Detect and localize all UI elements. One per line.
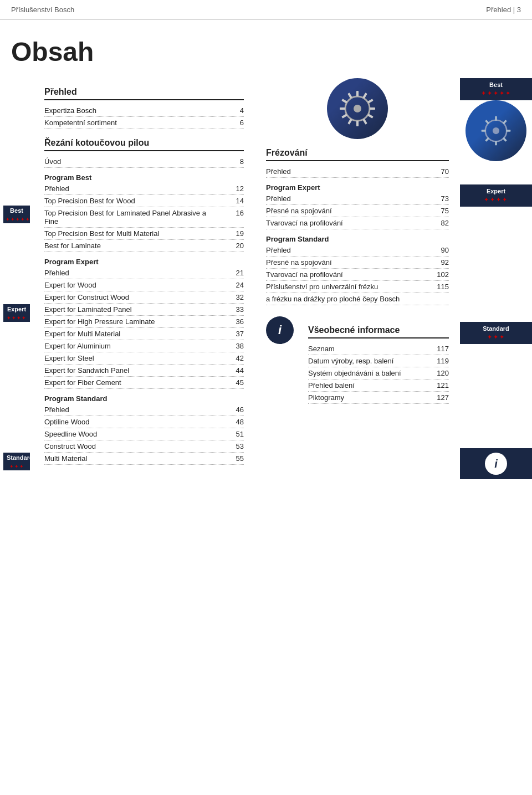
standard-item-4: Multi Material 55 — [44, 453, 244, 465]
far-right-standard-panel: Standard ✦✦✦ — [460, 322, 532, 344]
prehled-item-2-page: 6 — [227, 119, 244, 127]
standard-item-1-name: Optiline Wood — [44, 418, 222, 426]
frez-intro-name: Přehled — [266, 167, 427, 176]
frez-expert-0-page: 73 — [432, 194, 449, 203]
best-item-4-name: Best for Laminate — [44, 242, 222, 250]
expert-item-7: Expert for Steel 42 — [44, 352, 244, 365]
vs-item-0-page: 117 — [432, 345, 449, 353]
far-expert-label: Expert — [460, 186, 532, 196]
far-right-sidebar: Best ✦✦✦✦✦ — [460, 78, 532, 484]
vs-item-3-page: 121 — [432, 381, 449, 389]
far-info-badge-box: i — [460, 448, 532, 479]
expert-item-1-page: 24 — [227, 281, 244, 289]
saw-image-circle — [327, 78, 388, 139]
frez-expert-1: Přesné na spojování 75 — [266, 205, 449, 217]
svg-rect-9 — [347, 119, 352, 125]
info-icon-area: i — [266, 316, 299, 404]
standard-item-4-name: Multi Material — [44, 454, 222, 463]
frez-std-1-name: Přesné na spojování — [266, 258, 427, 266]
frez-expert-2-page: 82 — [432, 219, 449, 227]
vs-item-1-page: 119 — [432, 357, 449, 365]
expert-item-5-page: 37 — [227, 330, 244, 338]
vs-item-0-name: Seznam — [308, 345, 427, 353]
rezani-section: Řezání kotoučovou pilou Úvod 8 Program B… — [44, 138, 244, 465]
frez-std-0: Přehled 90 — [266, 244, 449, 257]
vs-item-1: Datum výroby, resp. balení 119 — [308, 355, 449, 367]
svg-rect-20 — [495, 141, 497, 145]
svg-rect-11 — [340, 107, 345, 110]
best-item-2-name: Top Precision Best for Laminated Panel A… — [44, 209, 222, 225]
expert-item-9-name: Expert for Fiber Cement — [44, 378, 222, 387]
header-right: Přehled | 3 — [486, 6, 521, 14]
info-small-circle: i — [485, 453, 507, 475]
expert-item-2: Expert for Construct Wood 32 — [44, 291, 244, 304]
far-right-expert-panel: Expert ✦✦✦✦ — [460, 184, 532, 207]
expert-item-4-page: 36 — [227, 317, 244, 326]
expert-item-9-page: 45 — [227, 378, 244, 387]
far-standard-label: Standard — [460, 324, 532, 334]
saw-image-area — [266, 78, 449, 139]
expert-item-6-name: Expert for Aluminium — [44, 342, 222, 350]
far-best-stars: ✦✦✦✦✦ — [460, 90, 532, 99]
expert-item-4: Expert for High Pressure Laminate 36 — [44, 316, 244, 328]
far-right-info-panel: i — [460, 448, 532, 479]
best-item-3-page: 19 — [227, 229, 244, 238]
vs-item-2-page: 120 — [432, 369, 449, 377]
frez-expert-2: Tvarovací na profilování 82 — [266, 217, 449, 229]
program-expert-subtitle: Program Expert — [44, 258, 244, 266]
expert-item-3-page: 33 — [227, 305, 244, 314]
left-badges: Best ✦✦✦✦✦ Expert ✦✦✦✦ Standard ✦✦✦ — [0, 78, 33, 484]
saw-blade-icon — [335, 86, 380, 131]
page-title: Obsah — [0, 20, 532, 78]
expert-item-8: Expert for Sandwich Panel 44 — [44, 365, 244, 377]
vs-item-4-name: Piktogramy — [308, 393, 427, 402]
vs-item-2-name: Systém objednávání a balení — [308, 369, 427, 377]
expert-item-5-name: Expert for Multi Material — [44, 330, 222, 338]
best-item-0-page: 12 — [227, 184, 244, 193]
expert-item-0-page: 21 — [227, 269, 244, 277]
frez-extra-0-page: 115 — [432, 283, 449, 291]
info-circle-icon: i — [266, 316, 294, 344]
far-best-blade-icon — [477, 111, 515, 150]
expert-item-0-name: Přehled — [44, 269, 222, 277]
best-item-2: Top Precision Best for Laminated Panel A… — [44, 207, 244, 228]
content-columns: Přehled Expertiza Bosch 4 Kompetentní so… — [33, 78, 532, 484]
standard-item-0-page: 46 — [227, 406, 244, 414]
svg-point-15 — [493, 127, 499, 134]
left-column: Přehled Expertiza Bosch 4 Kompetentní so… — [33, 78, 255, 484]
far-expert-stars: ✦✦✦✦ — [460, 196, 532, 205]
svg-point-1 — [354, 105, 361, 112]
prehled-item-1-name: Expertiza Bosch — [44, 106, 222, 115]
prehled-item-2-name: Kompetentní sortiment — [44, 119, 222, 127]
best-item-3: Top Precision Best for Multi Material 19 — [44, 228, 244, 240]
expert-item-8-name: Expert for Sandwich Panel — [44, 366, 222, 375]
svg-rect-6 — [367, 114, 374, 118]
expert-item-0: Přehled 21 — [44, 267, 244, 279]
standard-item-3-name: Construct Wood — [44, 442, 222, 450]
standard-item-1: Optiline Wood 48 — [44, 416, 244, 428]
vs-item-4: Piktogramy 127 — [308, 392, 449, 404]
program-standard-subtitle: Program Standard — [44, 394, 244, 403]
vs-item-3: Přehled balení 121 — [308, 379, 449, 392]
header-left: Příslušenství Bosch — [11, 6, 74, 14]
rezani-intro-page: 8 — [227, 157, 244, 166]
standard-item-2-page: 51 — [227, 430, 244, 438]
far-expert-badge-box: Expert ✦✦✦✦ — [460, 184, 532, 207]
frez-std-0-page: 90 — [432, 246, 449, 254]
frezovani-section: Frézování Přehled 70 Program Expert Přeh… — [266, 148, 449, 305]
standard-item-4-page: 55 — [227, 454, 244, 463]
frez-expert-0-name: Přehled — [266, 194, 427, 203]
prehled-item-1: Expertiza Bosch 4 — [44, 105, 244, 117]
rezani-intro-name: Úvod — [44, 157, 222, 166]
vseobecne-area: i Všeobecné informace Seznam 117 Datum v… — [266, 316, 449, 404]
standard-item-3-page: 53 — [227, 442, 244, 450]
frez-expert-2-name: Tvarovací na profilování — [266, 219, 427, 227]
expert-item-3-name: Expert for Laminated Panel — [44, 305, 222, 314]
expert-item-5: Expert for Multi Material 37 — [44, 328, 244, 340]
svg-rect-10 — [341, 114, 347, 118]
program-best-subtitle: Program Best — [44, 173, 244, 182]
svg-rect-5 — [370, 107, 375, 110]
far-best-label: Best — [460, 80, 532, 90]
expert-item-7-name: Expert for Steel — [44, 354, 222, 362]
frez-standard-subtitle: Program Standard — [266, 235, 449, 243]
